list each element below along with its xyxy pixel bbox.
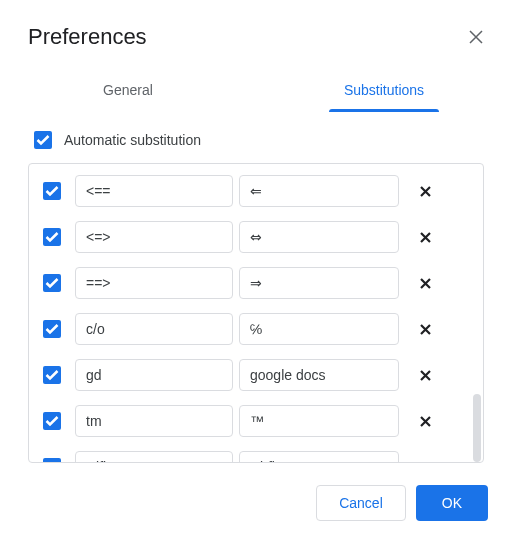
dialog-header: Preferences: [0, 0, 512, 58]
row-checkbox[interactable]: [43, 412, 61, 430]
close-icon: [420, 324, 431, 335]
replace-input[interactable]: [75, 313, 233, 345]
table-row: [33, 168, 479, 214]
with-input[interactable]: [239, 313, 399, 345]
replace-input[interactable]: [75, 451, 233, 463]
scrollbar-thumb[interactable]: [473, 394, 481, 462]
replace-input[interactable]: [75, 405, 233, 437]
check-icon: [45, 323, 59, 335]
check-icon: [36, 134, 50, 146]
with-input[interactable]: [239, 175, 399, 207]
row-checkbox[interactable]: [43, 228, 61, 246]
table-row: [33, 260, 479, 306]
check-icon: [45, 185, 59, 197]
table-row: [33, 352, 479, 398]
replace-input[interactable]: [75, 175, 233, 207]
delete-row-button[interactable]: [409, 267, 441, 299]
table-row: [33, 398, 479, 444]
with-input[interactable]: [239, 221, 399, 253]
delete-row-button[interactable]: [409, 359, 441, 391]
tabs: General Substitutions: [0, 58, 512, 113]
close-icon: [420, 416, 431, 427]
table-row: [33, 306, 479, 352]
content-area: Automatic substitution: [0, 113, 512, 463]
delete-row-button[interactable]: [409, 221, 441, 253]
row-checkbox[interactable]: [43, 274, 61, 292]
close-icon: [420, 278, 431, 289]
tab-general[interactable]: General: [0, 70, 256, 112]
with-input[interactable]: [239, 267, 399, 299]
check-icon: [45, 231, 59, 243]
check-icon: [45, 461, 59, 463]
row-checkbox[interactable]: [43, 366, 61, 384]
replace-input[interactable]: [75, 267, 233, 299]
auto-substitution-row: Automatic substitution: [28, 113, 484, 163]
with-input[interactable]: [239, 451, 399, 463]
close-icon: [420, 370, 431, 381]
table-row: [33, 214, 479, 260]
delete-row-button[interactable]: [409, 405, 441, 437]
check-icon: [45, 277, 59, 289]
delete-row-button[interactable]: [409, 313, 441, 345]
with-input[interactable]: [239, 359, 399, 391]
replace-input[interactable]: [75, 221, 233, 253]
check-icon: [45, 369, 59, 381]
check-icon: [45, 415, 59, 427]
delete-row-button[interactable]: [409, 175, 441, 207]
row-checkbox[interactable]: [43, 320, 61, 338]
close-icon: [420, 232, 431, 243]
cancel-button[interactable]: Cancel: [316, 485, 406, 521]
tab-substitutions[interactable]: Substitutions: [256, 70, 512, 112]
close-icon: [420, 186, 431, 197]
close-button[interactable]: [464, 25, 488, 49]
dialog-footer: Cancel OK: [0, 463, 512, 543]
preferences-dialog: Preferences General Substitutions Automa…: [0, 0, 512, 543]
with-input[interactable]: [239, 405, 399, 437]
table-scroll[interactable]: [29, 164, 483, 463]
auto-substitution-checkbox[interactable]: [34, 131, 52, 149]
row-checkbox[interactable]: [43, 182, 61, 200]
replace-input[interactable]: [75, 359, 233, 391]
dialog-title: Preferences: [28, 24, 147, 50]
row-checkbox[interactable]: [43, 458, 61, 463]
close-icon: [420, 462, 431, 464]
auto-substitution-label: Automatic substitution: [64, 132, 201, 148]
substitutions-table: [28, 163, 484, 463]
close-icon: [469, 30, 483, 44]
ok-button[interactable]: OK: [416, 485, 488, 521]
table-row: [33, 444, 479, 463]
delete-row-button[interactable]: [409, 451, 441, 463]
